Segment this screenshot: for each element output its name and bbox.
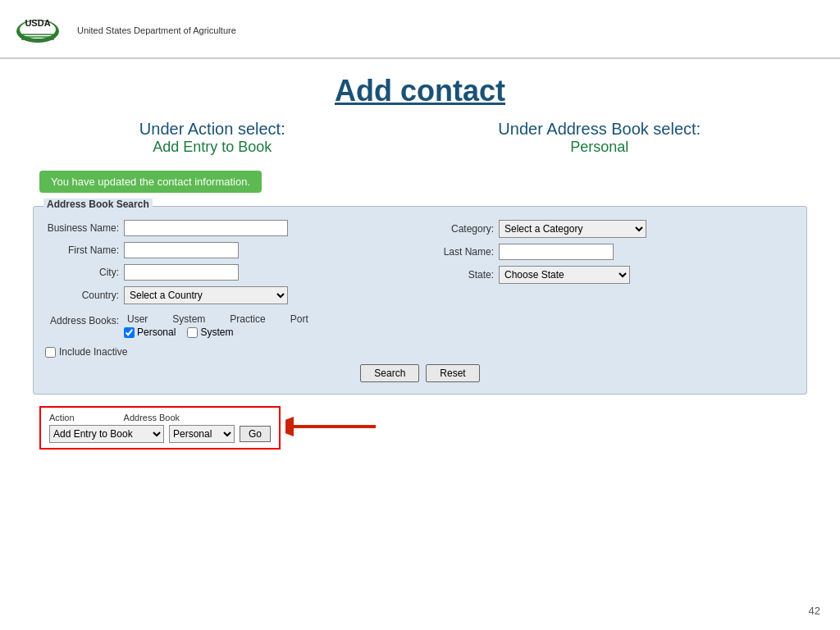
ab-checkboxes: Personal System bbox=[124, 326, 308, 338]
category-label: Category: bbox=[420, 223, 494, 235]
action-instruction-value: Add Entry to Book bbox=[139, 139, 285, 156]
ab-header-user: User bbox=[127, 313, 148, 325]
first-name-row: First Name: bbox=[45, 242, 420, 258]
ab-personal-item: Personal bbox=[124, 326, 176, 338]
address-book-search-panel: Address Book Search Business Name: First… bbox=[33, 206, 807, 395]
main-content: Add contact Under Action select: Add Ent… bbox=[0, 74, 840, 450]
country-label: Country: bbox=[45, 290, 119, 301]
state-row: State: Choose State bbox=[420, 266, 795, 284]
usda-logo: USDA United States Department of Agricul… bbox=[13, 8, 236, 49]
right-column: Category: Select a Category Last Name: S… bbox=[420, 220, 795, 358]
first-name-label: First Name: bbox=[45, 244, 119, 256]
city-label: City: bbox=[45, 267, 119, 278]
business-name-row: Business Name: bbox=[45, 220, 420, 236]
page-title: Add contact bbox=[33, 74, 807, 108]
ab-instruction: Under Address Book select: Personal bbox=[498, 120, 701, 156]
action-instruction: Under Action select: Add Entry to Book bbox=[139, 120, 285, 156]
category-row: Category: Select a Category bbox=[420, 220, 795, 238]
country-select[interactable]: Select a Country bbox=[124, 286, 288, 304]
last-name-row: Last Name: bbox=[420, 244, 795, 260]
ab-bar-select[interactable]: Personal System bbox=[169, 425, 235, 443]
business-name-input[interactable] bbox=[124, 220, 288, 236]
instructions-row: Under Action select: Add Entry to Book U… bbox=[33, 120, 807, 156]
usda-logo-image: USDA bbox=[13, 8, 62, 49]
include-inactive-row: Include Inactive bbox=[45, 346, 420, 358]
city-row: City: bbox=[45, 264, 420, 281]
address-books-row: Address Books: User System Practice Port… bbox=[45, 313, 420, 338]
arrow-indicator bbox=[285, 410, 384, 446]
go-button[interactable]: Go bbox=[240, 426, 271, 442]
ab-header-practice: Practice bbox=[230, 313, 265, 325]
ab-bar-label: Address Book bbox=[124, 413, 180, 422]
state-select[interactable]: Choose State bbox=[499, 266, 630, 284]
business-name-label: Business Name: bbox=[45, 222, 119, 234]
ab-header-port: Port bbox=[290, 313, 308, 325]
country-row: Country: Select a Country bbox=[45, 286, 420, 304]
search-reset-buttons: Search Reset bbox=[45, 364, 795, 382]
action-select[interactable]: Add Entry to Book Edit Entry Delete Entr… bbox=[49, 425, 164, 443]
ab-instruction-value: Personal bbox=[498, 139, 701, 156]
include-inactive-label: Include Inactive bbox=[59, 346, 127, 358]
address-books-columns: User System Practice Port Personal bbox=[124, 313, 308, 338]
ab-system-label: System bbox=[200, 326, 233, 338]
last-name-label: Last Name: bbox=[420, 246, 494, 258]
address-books-label: Address Books: bbox=[45, 315, 119, 326]
ab-personal-checkbox[interactable] bbox=[124, 327, 135, 338]
action-instruction-title: Under Action select: bbox=[139, 120, 285, 139]
svg-text:USDA: USDA bbox=[25, 18, 50, 28]
ab-headers: User System Practice Port bbox=[127, 313, 308, 325]
first-name-input[interactable] bbox=[124, 242, 239, 258]
city-input[interactable] bbox=[124, 264, 239, 281]
action-row-controls: Add Entry to Book Edit Entry Delete Entr… bbox=[49, 425, 271, 443]
action-label: Action bbox=[49, 413, 75, 422]
action-area: Action Address Book Add Entry to Book Ed… bbox=[33, 406, 807, 450]
action-row-labels: Action Address Book bbox=[49, 413, 271, 422]
left-column: Business Name: First Name: City: Country… bbox=[45, 220, 420, 358]
ab-system-item: System bbox=[187, 326, 233, 338]
ab-header-system: System bbox=[172, 313, 205, 325]
page-header: USDA United States Department of Agricul… bbox=[0, 0, 840, 59]
usda-tagline: United States Department of Agriculture bbox=[77, 25, 236, 35]
ab-instruction-title: Under Address Book select: bbox=[498, 120, 701, 139]
page-number: 42 bbox=[809, 605, 820, 617]
category-select[interactable]: Select a Category bbox=[499, 220, 646, 238]
state-label: State: bbox=[420, 269, 494, 281]
form-grid: Business Name: First Name: City: Country… bbox=[45, 220, 795, 358]
last-name-input[interactable] bbox=[499, 244, 614, 260]
ab-system-checkbox[interactable] bbox=[187, 327, 198, 338]
ab-personal-label: Personal bbox=[137, 326, 176, 338]
reset-button[interactable]: Reset bbox=[426, 364, 479, 382]
action-row-box: Action Address Book Add Entry to Book Ed… bbox=[39, 406, 281, 450]
include-inactive-checkbox[interactable] bbox=[45, 347, 56, 358]
abs-panel-title: Address Book Search bbox=[43, 199, 153, 210]
search-button[interactable]: Search bbox=[360, 364, 419, 382]
success-message: You have updated the contact information… bbox=[39, 171, 262, 193]
